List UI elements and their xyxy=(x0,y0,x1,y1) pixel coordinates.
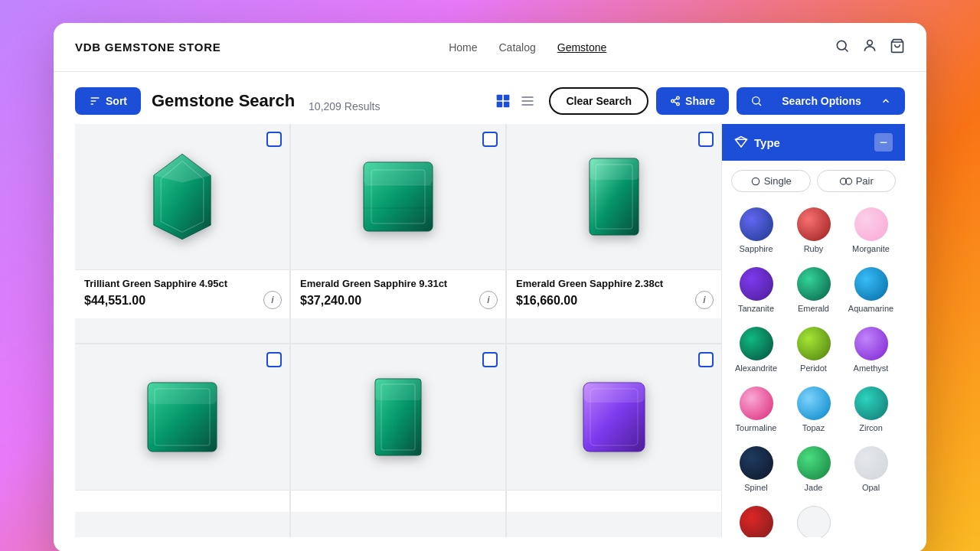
gem-type-item[interactable]: Emerald xyxy=(786,261,841,319)
gem-type-item[interactable]: Jade xyxy=(786,440,841,498)
clear-search-button[interactable]: Clear Search xyxy=(549,87,648,115)
header: VDB GEMSTONE STORE Home Catalog Gemstone xyxy=(54,23,926,72)
gem-type-item[interactable]: Amethyst xyxy=(843,321,899,379)
gem-name: Emerald Green Sapphire 2.38ct xyxy=(516,278,712,291)
gem-type-label: Alexandrite xyxy=(735,364,777,373)
gem-type-circle xyxy=(854,267,888,301)
gem-type-item[interactable]: Spinel xyxy=(728,440,784,498)
header-icons xyxy=(835,38,905,57)
gem-type-grid: Sapphire Ruby Morganite Tanzanite Emeral… xyxy=(722,198,905,537)
content-area: Trilliant Green Sapphire 4.95ct $44,551.… xyxy=(75,124,905,537)
gem-type-item[interactable]: Other xyxy=(786,500,841,537)
nav-home[interactable]: Home xyxy=(449,41,477,54)
search-title: Gemstone Search xyxy=(152,91,295,111)
results-count: 10,209 Results xyxy=(309,100,380,112)
gem-image xyxy=(291,344,505,490)
gem-type-item[interactable]: Opal xyxy=(843,440,899,498)
cart-icon[interactable] xyxy=(890,38,905,57)
gem-type-item[interactable]: Morganite xyxy=(843,201,899,259)
gem-info: Trilliant Green Sapphire 4.95ct $44,551.… xyxy=(75,269,289,318)
gem-type-item[interactable]: Tourmaline xyxy=(728,380,784,439)
gem-image xyxy=(291,124,505,269)
user-icon[interactable] xyxy=(862,38,877,57)
gem-info-button[interactable]: i xyxy=(695,291,714,309)
gem-image xyxy=(507,124,721,269)
gem-checkbox[interactable] xyxy=(266,352,282,367)
gem-checkbox[interactable] xyxy=(698,352,714,367)
pair-button[interactable]: Pair xyxy=(817,170,897,192)
gem-type-label: Tourmaline xyxy=(736,423,777,432)
gem-checkbox[interactable] xyxy=(482,132,498,147)
gem-type-circle xyxy=(854,327,888,360)
app-window: VDB GEMSTONE STORE Home Catalog Gemstone xyxy=(54,23,926,551)
search-options-label: Search Options xyxy=(782,95,861,107)
svg-line-1 xyxy=(845,48,848,51)
gem-card[interactable]: Trilliant Green Sapphire 4.95ct $44,551.… xyxy=(75,124,289,343)
gem-type-item[interactable]: Garnet xyxy=(728,500,784,537)
view-toggle xyxy=(492,90,538,112)
gem-card[interactable] xyxy=(507,344,721,537)
gem-type-circle xyxy=(740,506,773,537)
single-button[interactable]: Single xyxy=(731,170,811,192)
svg-rect-8 xyxy=(504,95,510,101)
type-header-left: Type xyxy=(734,135,780,149)
gem-info-button[interactable]: i xyxy=(263,291,282,309)
gem-card[interactable]: Emerald Green Sapphire 9.31ct $37,240.00… xyxy=(291,124,505,343)
chevron-up-icon xyxy=(880,96,891,106)
svg-point-0 xyxy=(837,41,846,50)
gem-type-item[interactable]: Zircon xyxy=(843,380,899,439)
gem-checkbox[interactable] xyxy=(482,352,498,367)
single-pair-row: Single Pair xyxy=(722,161,905,198)
gem-type-label: Emerald xyxy=(798,304,829,313)
gem-info xyxy=(507,490,721,512)
gem-price: $44,551.00 xyxy=(84,294,280,308)
sort-button[interactable]: Sort xyxy=(75,87,141,115)
gem-info-button[interactable]: i xyxy=(479,291,498,309)
gem-image xyxy=(75,344,289,490)
gem-type-circle xyxy=(854,446,888,480)
gem-checkbox[interactable] xyxy=(266,132,282,147)
grid-view-button[interactable] xyxy=(492,90,514,112)
gem-grid: Trilliant Green Sapphire 4.95ct $44,551.… xyxy=(75,124,721,537)
nav-catalog[interactable]: Catalog xyxy=(498,41,535,54)
svg-line-20 xyxy=(759,103,761,106)
gem-type-item[interactable]: Aquamarine xyxy=(843,261,899,319)
gem-type-label: Topaz xyxy=(802,423,825,432)
nav-gemstone[interactable]: Gemstone xyxy=(557,41,607,54)
type-label: Type xyxy=(754,136,780,149)
gem-icon xyxy=(734,135,748,149)
gem-type-circle xyxy=(854,207,888,241)
gem-type-circle xyxy=(740,207,773,241)
svg-rect-9 xyxy=(497,102,503,108)
gem-type-label: Tanzanite xyxy=(738,304,774,313)
gem-card[interactable] xyxy=(75,344,289,537)
gem-type-item[interactable]: Topaz xyxy=(786,380,841,439)
gem-type-item[interactable]: Ruby xyxy=(786,201,841,259)
gem-type-circle xyxy=(797,207,831,241)
svg-point-42 xyxy=(752,178,759,184)
gem-type-item[interactable]: Tanzanite xyxy=(728,261,784,319)
gem-type-circle xyxy=(740,386,773,420)
gem-type-label: Ruby xyxy=(804,244,824,253)
search-options-button[interactable]: Search Options xyxy=(737,87,905,115)
svg-point-15 xyxy=(671,99,675,103)
list-view-button[interactable] xyxy=(517,90,538,112)
gem-card[interactable]: Emerald Green Sapphire 2.38ct $16,660.00… xyxy=(507,124,721,343)
sort-label: Sort xyxy=(106,95,127,107)
single-icon xyxy=(750,176,761,187)
gem-type-item[interactable]: Peridot xyxy=(786,321,841,379)
gem-type-circle xyxy=(797,446,831,480)
gem-type-item[interactable]: Alexandrite xyxy=(728,321,784,379)
single-label: Single xyxy=(764,175,792,187)
svg-rect-37 xyxy=(375,379,421,400)
share-button[interactable]: Share xyxy=(656,87,729,115)
gem-card[interactable] xyxy=(291,344,505,537)
gem-type-circle xyxy=(740,446,773,480)
gem-checkbox[interactable] xyxy=(698,132,714,147)
svg-line-18 xyxy=(674,99,677,100)
search-icon[interactable] xyxy=(835,38,850,57)
svg-rect-40 xyxy=(583,383,645,403)
type-collapse-button[interactable]: − xyxy=(874,133,893,152)
pair-icon xyxy=(839,176,853,187)
gem-type-item[interactable]: Sapphire xyxy=(728,201,784,259)
